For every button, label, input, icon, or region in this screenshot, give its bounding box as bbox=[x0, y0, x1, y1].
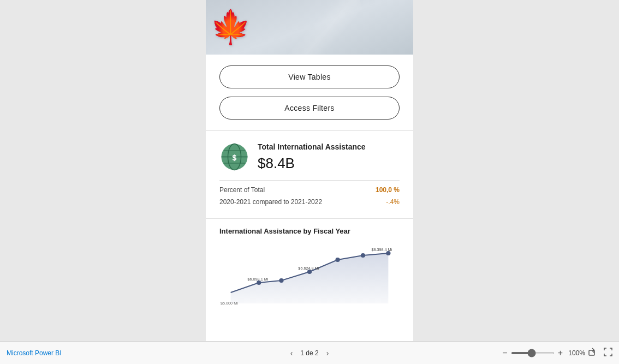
bottom-bar: Microsoft Power BI ‹ 1 de 2 › − + 100% bbox=[0, 341, 619, 364]
bottom-right-controls: − + 100% bbox=[502, 348, 612, 358]
zoom-controls: − + 100% bbox=[502, 349, 585, 357]
prev-page-button[interactable]: ‹ bbox=[288, 348, 295, 359]
svg-point-10 bbox=[361, 253, 365, 258]
svg-text:$6.624,8 Mi: $6.624,8 Mi bbox=[298, 266, 319, 271]
buttons-section: View Tables Access Filters bbox=[206, 55, 413, 131]
percent-label: Percent of Total bbox=[219, 186, 265, 194]
pagination-controls: ‹ 1 de 2 › bbox=[288, 348, 331, 359]
percent-row: Percent of Total 100,0 % bbox=[219, 186, 400, 194]
stats-header: $ Total International Assistance $8.4B bbox=[219, 142, 400, 172]
zoom-slider[interactable] bbox=[511, 352, 555, 354]
svg-text:$5.000 Mi: $5.000 Mi bbox=[221, 301, 238, 306]
stats-title: Total International Assistance bbox=[258, 142, 400, 152]
pagination-text: 1 de 2 bbox=[300, 349, 318, 357]
stats-divider bbox=[219, 180, 400, 181]
percent-value: 100,0 % bbox=[376, 186, 400, 194]
fullscreen-icon bbox=[604, 348, 612, 356]
chart-section: International Assistance by Fiscal Year bbox=[206, 219, 413, 341]
maple-leaf-icon: 🍁 bbox=[210, 11, 251, 44]
banner-shine bbox=[248, 0, 382, 55]
access-filters-button[interactable]: Access Filters bbox=[219, 97, 400, 120]
svg-point-9 bbox=[335, 258, 340, 262]
comparison-value: -.4% bbox=[386, 198, 400, 206]
zoom-out-button[interactable]: − bbox=[502, 349, 507, 357]
banner-header: 🍁 bbox=[206, 0, 413, 55]
globe-dollar-icon: $ bbox=[219, 142, 249, 172]
powerbi-link[interactable]: Microsoft Power BI bbox=[7, 349, 62, 357]
view-tables-button[interactable]: View Tables bbox=[219, 65, 400, 88]
share-button[interactable] bbox=[588, 348, 597, 358]
maple-leaf-container: 🍁 bbox=[206, 0, 255, 55]
svg-text:$8.398,4 Mi: $8.398,4 Mi bbox=[371, 248, 392, 252]
share-icon bbox=[588, 348, 597, 356]
comparison-row: 2020-2021 compared to 2021-2022 -.4% bbox=[219, 198, 400, 206]
fullscreen-button[interactable] bbox=[604, 348, 612, 358]
chart-svg: $5.000 Mi $6.098,1 Mi $6.624,8 Mi $8.398… bbox=[219, 243, 400, 309]
svg-text:$: $ bbox=[233, 153, 237, 162]
comparison-label: 2020-2021 compared to 2021-2022 bbox=[219, 198, 322, 206]
stats-section: $ Total International Assistance $8.4B P… bbox=[206, 131, 413, 219]
zoom-label: 100% bbox=[566, 349, 585, 357]
svg-point-7 bbox=[279, 278, 283, 283]
svg-text:$6.098,1 Mi: $6.098,1 Mi bbox=[248, 277, 269, 282]
chart-title: International Assistance by Fiscal Year bbox=[219, 227, 400, 235]
zoom-in-button[interactable]: + bbox=[558, 349, 563, 357]
next-page-button[interactable]: › bbox=[324, 348, 331, 359]
stats-title-group: Total International Assistance $8.4B bbox=[258, 142, 400, 172]
stats-value: $8.4B bbox=[258, 155, 400, 172]
chart-area: $5.000 Mi $6.098,1 Mi $6.624,8 Mi $8.398… bbox=[219, 243, 400, 309]
